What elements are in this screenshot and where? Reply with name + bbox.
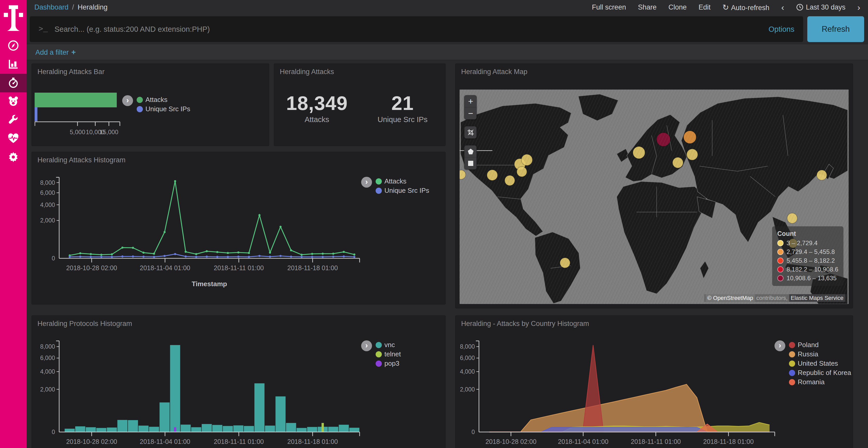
svg-text:2018-10-28 02:00: 2018-10-28 02:00: [66, 438, 117, 445]
legend-label: telnet: [384, 350, 401, 358]
attribution-text: contributors,: [755, 295, 789, 301]
legend-toggle-chevron[interactable]: ›: [774, 340, 785, 351]
legend-item-russia[interactable]: Russia: [789, 350, 851, 358]
breadcrumb-dashboard-link[interactable]: Dashboard: [34, 3, 68, 11]
attack-bubble[interactable]: [657, 133, 671, 146]
visualize-bars-icon: [7, 58, 19, 71]
legend-item-unique-src-ips[interactable]: Unique Src IPs: [376, 186, 429, 195]
attack-bubble[interactable]: [684, 131, 696, 143]
svg-text:Timestamp: Timestamp: [192, 280, 227, 288]
topnav-clone[interactable]: Clone: [668, 3, 687, 11]
legend-dot: [376, 187, 382, 194]
attack-bubble[interactable]: [673, 158, 683, 168]
panel-attacks-metric: Heralding Attacks 18,349Attacks21Unique …: [274, 64, 445, 146]
legend-item-attacks[interactable]: Attacks: [137, 96, 190, 104]
search-input[interactable]: [55, 25, 764, 34]
sidebar: [0, 0, 27, 448]
sidebar-item-heartbeat[interactable]: [0, 130, 27, 148]
map-draw-polygon-button[interactable]: [464, 145, 476, 158]
legend-label: Attacks: [384, 177, 406, 185]
protocols-histogram-chart[interactable]: 02,0004,0006,0008,0002018-10-28 02:00201…: [33, 330, 360, 448]
add-filter-link[interactable]: Add a filter+: [35, 48, 76, 57]
legend-label: Attacks: [146, 96, 167, 104]
svg-text:2018-10-28 02:00: 2018-10-28 02:00: [66, 264, 117, 272]
legend-item-unique-src-ips[interactable]: Unique Src IPs: [137, 105, 190, 113]
time-picker-button[interactable]: Last 30 days: [796, 3, 845, 11]
attack-bubble[interactable]: [787, 213, 797, 223]
refresh-button[interactable]: Refresh: [807, 16, 864, 42]
map-zoom-in-button[interactable]: +: [464, 96, 476, 107]
map-control-group: [464, 145, 476, 170]
topnav-share[interactable]: Share: [638, 3, 656, 11]
panel-title: Heralding - Attacks by Country Histogram: [456, 316, 853, 330]
legend-dot: [789, 351, 795, 357]
legend-toggle-chevron[interactable]: ›: [361, 340, 372, 351]
openstreetmap-link[interactable]: © OpenStreetMap: [706, 294, 755, 302]
options-link[interactable]: Options: [769, 25, 795, 34]
auto-refresh-button[interactable]: ↻Auto-refresh: [722, 3, 770, 12]
chart-legend: ›PolandRussiaUnited StatesRepublic of Ko…: [774, 340, 851, 386]
map-control-group: +−: [464, 95, 476, 119]
dashboard-content: Heralding Attacks Bar 5,00010,00015,000 …: [27, 60, 868, 448]
svg-text:15,000: 15,000: [99, 129, 118, 136]
svg-text:2018-11-18 01:00: 2018-11-18 01:00: [287, 438, 338, 445]
attack-bubble[interactable]: [817, 170, 827, 180]
discover-compass-icon: [7, 40, 19, 53]
map-draw-rectangle-button[interactable]: [464, 158, 476, 169]
attack-bubble[interactable]: [487, 170, 498, 181]
legend-toggle-chevron[interactable]: ›: [122, 95, 133, 106]
time-range-prev-button[interactable]: ‹: [781, 3, 784, 12]
topnav-full-screen[interactable]: Full screen: [592, 3, 626, 11]
svg-text:6,000: 6,000: [460, 354, 475, 361]
legend-item-united-states[interactable]: United States: [789, 359, 851, 368]
svg-text:2018-11-18 01:00: 2018-11-18 01:00: [703, 438, 754, 445]
attack-bubble[interactable]: [517, 167, 527, 177]
sidebar-item-gear[interactable]: [0, 148, 27, 167]
panel-attack-map: Heralding Attack Map +− Count 3 – 2,729.…: [455, 64, 853, 308]
svg-text:0: 0: [52, 428, 55, 435]
sidebar-item-wrench[interactable]: [0, 111, 27, 130]
map-controls: +−: [464, 95, 476, 176]
legend-item-attacks[interactable]: Attacks: [376, 177, 429, 185]
legend-dot: [376, 351, 382, 357]
topbar-actions: Full screenShareCloneEdit↻Auto-refresh‹L…: [592, 3, 860, 12]
legend-item-poland[interactable]: Poland: [789, 341, 851, 349]
country-histogram-chart[interactable]: 02,0004,0006,0008,0002018-10-28 02:00201…: [457, 330, 775, 448]
legend-dot: [137, 97, 143, 103]
telekom-logo[interactable]: [3, 4, 24, 33]
legend-item-romania[interactable]: Romania: [789, 378, 851, 386]
svg-text:2018-11-18 01:00: 2018-11-18 01:00: [287, 264, 338, 272]
attack-bubble[interactable]: [633, 146, 645, 159]
elastic-maps-service-link[interactable]: Elastic Maps Service: [789, 294, 845, 302]
topnav-edit[interactable]: Edit: [699, 3, 711, 11]
panel-title: Heralding Attacks Bar: [32, 64, 269, 78]
svg-text:2018-11-11 01:00: 2018-11-11 01:00: [214, 438, 264, 445]
world-map[interactable]: +− Count 3 – 2,729.42,729.4 – 5,455.85,4…: [460, 90, 848, 304]
attack-bubble[interactable]: [687, 149, 698, 160]
attack-bubble[interactable]: [505, 175, 515, 186]
attack-bubble[interactable]: [560, 258, 570, 268]
sidebar-item-discover-compass[interactable]: [0, 37, 27, 55]
legend-toggle-chevron[interactable]: ›: [361, 177, 372, 187]
attack-bubble[interactable]: [521, 154, 532, 166]
legend-item-pop3[interactable]: pop3: [376, 359, 401, 368]
map-fit-crop-button[interactable]: [464, 127, 476, 138]
legend-item-republic-of-korea[interactable]: Republic of Korea: [789, 369, 851, 377]
svg-text:2018-11-04 01:00: 2018-11-04 01:00: [558, 438, 609, 445]
metric-unique-src-ips: 21Unique Src IPs: [360, 92, 445, 124]
bear-icon: [7, 96, 19, 108]
legend-item-telnet[interactable]: telnet: [376, 350, 401, 358]
plus-icon: +: [71, 48, 76, 56]
legend-item-vnc[interactable]: vnc: [376, 341, 401, 349]
map-zoom-out-button[interactable]: −: [464, 107, 476, 119]
search-row: >_ Options Refresh: [27, 14, 868, 44]
panel-attacks-histogram: Heralding Attacks Histogram 02,0004,0006…: [32, 152, 445, 305]
heartbeat-icon: [7, 133, 19, 145]
sidebar-item-visualize-bars[interactable]: [0, 55, 27, 74]
sidebar-item-dashboard-gauge[interactable]: [0, 74, 27, 92]
time-range-next-button[interactable]: ›: [858, 3, 860, 12]
legend-dot: [137, 106, 143, 112]
attacks-histogram-chart[interactable]: 02,0004,0006,0008,0002018-10-28 02:00201…: [33, 167, 360, 304]
sidebar-item-bear[interactable]: [0, 92, 27, 111]
legend-label: pop3: [384, 359, 399, 368]
